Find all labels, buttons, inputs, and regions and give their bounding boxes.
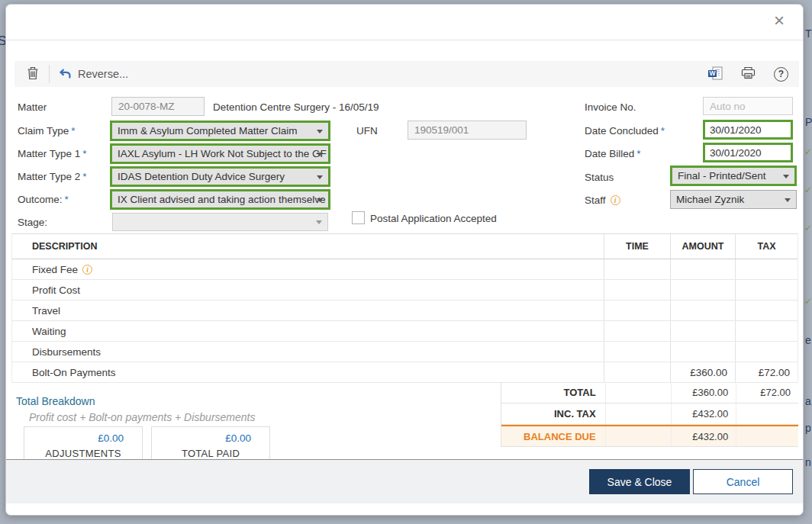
required-asterisk: * [82, 148, 86, 159]
table-row-waiting[interactable]: Waiting [12, 321, 798, 342]
date-concluded-label-text: Date Concluded [585, 125, 659, 137]
claim-type-dropdown[interactable]: Imm & Asylum Completed Matter Claim [110, 121, 330, 141]
cell-amount [670, 321, 735, 341]
claim-type-value: Imm & Asylum Completed Matter Claim [118, 125, 298, 137]
total-amount: £360.00 [671, 382, 736, 403]
inc-tax-tax [736, 403, 798, 424]
cell-amount [670, 342, 735, 362]
billing-table: DESCRIPTION TIME AMOUNT TAX Fixed Feei P… [11, 233, 798, 383]
claim-type-label-text: Claim Type [18, 125, 69, 137]
required-asterisk: * [65, 194, 69, 205]
table-row-travel[interactable]: Travel [12, 301, 798, 321]
background-text-fragment: e [805, 334, 811, 346]
close-icon[interactable]: × [769, 11, 789, 31]
postal-application-label: Postal Application Accepted [370, 213, 497, 224]
table-row-profit-cost[interactable]: Profit Cost [12, 280, 798, 301]
matter-input[interactable]: 20-0078-MZ [111, 97, 205, 116]
reverse-button[interactable]: Reverse... [59, 68, 128, 80]
printer-icon [741, 66, 756, 82]
postal-application-checkbox[interactable] [352, 211, 365, 224]
total-breakdown-link[interactable]: Total Breakdown [16, 395, 95, 407]
matter-label: Matter [18, 101, 47, 113]
cell-time [604, 321, 670, 341]
balance-due-tax [736, 426, 798, 446]
help-button[interactable]: ? [774, 67, 788, 82]
inc-tax-label: INC. TAX [501, 403, 605, 424]
cell-amount [670, 259, 735, 279]
toolbar: Reverse... W [14, 61, 799, 87]
chevron-down-icon [317, 153, 323, 156]
cell-description: Bolt-On Payments [12, 362, 604, 382]
date-concluded-label: Date Concluded* [585, 125, 665, 137]
toolbar-separator [49, 65, 50, 83]
inc-tax-time-cell [605, 403, 672, 424]
table-row-bolt-on-payments[interactable]: Bolt-On Payments £360.00 £72.00 [12, 362, 798, 383]
required-asterisk: * [82, 171, 86, 182]
status-dropdown[interactable]: Final - Printed/Sent [670, 166, 797, 186]
cell-tax [735, 342, 798, 362]
cancel-button[interactable]: Cancel [693, 469, 793, 494]
ufn-input[interactable]: 190519/001 [408, 121, 527, 140]
cell-amount [670, 301, 735, 320]
total-row: TOTAL £360.00 £72.00 [501, 382, 798, 403]
header-time: TIME [604, 234, 670, 259]
cell-time [604, 259, 670, 279]
table-row-disbursements[interactable]: Disbursements [12, 342, 798, 362]
staff-label-text: Staff [585, 194, 606, 206]
cell-amount: £360.00 [670, 362, 735, 382]
matter-type-2-label: Matter Type 2* [18, 171, 87, 182]
adjustments-label: ADJUSTMENTS [24, 448, 142, 459]
undo-icon [59, 68, 72, 80]
date-billed-label-text: Date Billed [585, 148, 634, 159]
matter-type-2-label-text: Matter Type 2 [18, 171, 80, 182]
delete-button[interactable] [21, 66, 44, 82]
cell-time [604, 280, 670, 300]
matter-type-2-value: IDAS Detention Duty Advice Surgery [118, 171, 285, 182]
background-text-fragment: n [805, 456, 811, 468]
adjustments-value: £0.00 [98, 432, 124, 444]
word-document-icon: W [708, 66, 723, 82]
date-billed-input[interactable]: 30/01/2020 [703, 143, 793, 162]
chevron-down-icon [785, 198, 791, 202]
table-row-fixed-fee[interactable]: Fixed Feei [12, 259, 798, 280]
cell-description: Disbursements [12, 342, 604, 362]
invoice-no-input[interactable]: Auto no [703, 97, 793, 115]
total-paid-label: TOTAL PAID [152, 448, 269, 459]
required-asterisk: * [661, 125, 665, 137]
stage-dropdown[interactable] [112, 213, 328, 231]
inc-tax-amount: £432.00 [671, 403, 736, 424]
background-text-fragment: T [805, 27, 812, 40]
chevron-down-icon [316, 220, 322, 224]
chevron-down-icon [317, 130, 323, 133]
staff-dropdown[interactable]: Michael Zyznik [670, 190, 797, 209]
claim-type-label: Claim Type* [18, 125, 76, 137]
cell-time [604, 362, 670, 382]
staff-value: Michael Zyznik [676, 194, 744, 205]
matter-type-1-label-text: Matter Type 1 [18, 148, 80, 159]
cell-tax [735, 321, 798, 341]
breakdown-formula: Profit cost + Bolt-on payments + Disburs… [29, 411, 255, 423]
inc-tax-row: INC. TAX £432.00 [501, 403, 798, 425]
total-tax: £72.00 [736, 382, 798, 403]
outcome-dropdown[interactable]: IX Client advised and taking action them… [110, 189, 330, 210]
matter-type-2-dropdown[interactable]: IDAS Detention Duty Advice Surgery [110, 166, 330, 187]
background-text-fragment: P [805, 116, 812, 128]
balance-due-amount: £432.00 [671, 426, 736, 446]
save-and-close-button[interactable]: Save & Close [589, 469, 690, 494]
date-concluded-input[interactable]: 30/01/2020 [703, 120, 793, 140]
cell-tax [735, 280, 798, 300]
print-button[interactable] [741, 66, 756, 82]
total-paid-value: £0.00 [225, 432, 251, 444]
matter-type-1-value: IAXL Asylum - LH Work Not Subject to the… [118, 148, 327, 159]
matter-type-1-dropdown[interactable]: IAXL Asylum - LH Work Not Subject to the… [110, 143, 330, 164]
status-value: Final - Printed/Sent [678, 170, 766, 182]
cell-time [604, 301, 670, 320]
outcome-label-text: Outcome: [18, 194, 63, 205]
stage-label: Stage: [18, 217, 47, 228]
background-text-fragment: a [805, 395, 811, 407]
matter-type-1-label: Matter Type 1* [18, 148, 87, 159]
header-description: DESCRIPTION [12, 234, 604, 259]
chevron-down-icon [317, 198, 323, 202]
background-check-icon: ✓ [804, 223, 812, 233]
export-word-button[interactable]: W [708, 66, 723, 82]
